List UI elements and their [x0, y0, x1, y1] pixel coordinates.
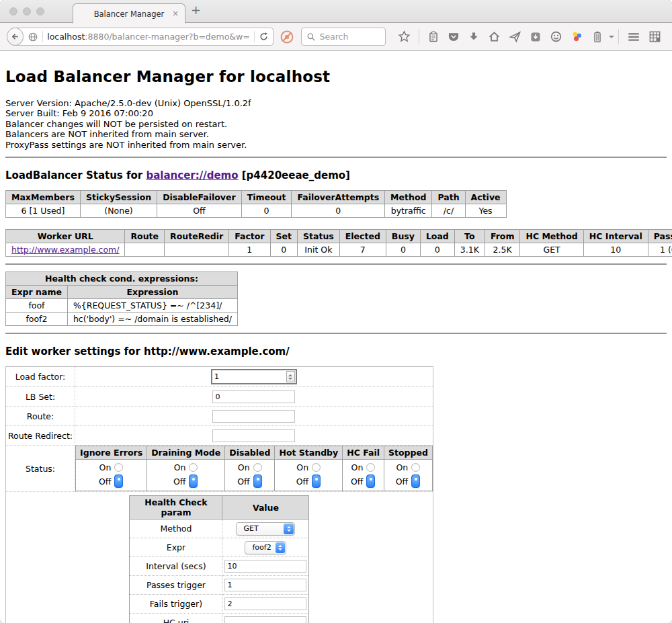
expr-row: Expr foof2 — [130, 538, 309, 557]
bookmark-star-icon[interactable] — [398, 30, 411, 43]
col-hc-interval: HC Interval — [583, 230, 648, 243]
route-redirect-input[interactable] — [212, 429, 295, 442]
cell-active: Yes — [465, 204, 506, 218]
feedback-smiley-icon[interactable] — [550, 30, 562, 43]
send-icon[interactable] — [509, 30, 521, 43]
reload-icon[interactable] — [259, 32, 269, 42]
route-input[interactable] — [212, 410, 295, 423]
disabled-on-radio[interactable] — [253, 463, 262, 472]
draining-mode-off-radio[interactable] — [189, 474, 198, 488]
col-failoverattempts: FailoverAttempts — [292, 191, 385, 204]
method-row: Method GET — [130, 520, 309, 538]
route-redirect-row: Route Redirect: — [6, 426, 433, 446]
search-bar[interactable]: Search — [301, 28, 386, 46]
tab-balancer-manager[interactable]: Balancer Manager × — [73, 3, 185, 24]
cell-maxmembers: 6 [1 Used] — [6, 204, 81, 218]
ignore-errors-off-radio[interactable] — [114, 474, 123, 488]
stopped-off-radio[interactable] — [411, 474, 420, 488]
cell-hc-method: GET — [520, 243, 583, 257]
ignore-errors-on-radio[interactable] — [114, 463, 123, 472]
hc-fail-off-radio[interactable] — [366, 474, 375, 488]
hot-standby-off-radio[interactable] — [312, 474, 321, 488]
passes-row: Passes trigger 1 — [130, 576, 309, 595]
server-built-line: Server Built: Feb 9 2016 07:00:20 — [5, 108, 667, 118]
block-content-icon[interactable] — [280, 30, 294, 44]
worker-url-link[interactable]: http://www.example.com/ — [11, 245, 119, 255]
status-radios-row: OnOff OnOff OnOff OnOff OnOff OnOff — [76, 460, 433, 491]
draining-mode-on-radio[interactable] — [189, 463, 198, 472]
on-label: On — [99, 462, 111, 472]
cell-failoverattempts: 0 — [292, 204, 385, 218]
hc-param-table: Health Check param Value Method GET Expr… — [129, 495, 309, 623]
load-factor-row: Load factor: 1 — [6, 367, 433, 387]
cell-busy: 0 — [386, 243, 420, 257]
zoom-window-button[interactable] — [36, 7, 44, 15]
passes-input[interactable]: 1 — [224, 579, 306, 591]
hc-expr-title-row: Health check cond. expressions: — [6, 272, 238, 286]
page-title: Load Balancer Manager for localhost — [5, 68, 667, 85]
toolbar-divider2 — [618, 29, 619, 44]
disabled-radio-group: OnOff — [229, 461, 270, 489]
menu-icon[interactable] — [627, 30, 640, 44]
interval-label: Interval (secs) — [130, 557, 222, 576]
home-icon[interactable] — [488, 30, 501, 43]
cell-stickysession: (None) — [80, 204, 157, 218]
select-arrows-icon — [276, 542, 286, 553]
grid-icon[interactable] — [648, 30, 661, 43]
load-factor-label: Load factor: — [6, 367, 75, 387]
fails-input[interactable]: 2 — [224, 597, 306, 610]
fails-row: Fails trigger) 2 — [130, 595, 309, 614]
back-icon — [10, 32, 20, 42]
close-window-button[interactable] — [9, 7, 17, 15]
col-path: Path — [432, 191, 465, 204]
back-button[interactable] — [7, 28, 24, 46]
tab-title: Balancer Manager — [94, 9, 165, 19]
divider — [5, 333, 667, 334]
pocket-icon[interactable] — [448, 31, 460, 43]
save-box-icon[interactable] — [530, 31, 542, 43]
persist-note-line: Balancer changes will NOT be persisted o… — [5, 119, 667, 129]
off-label: Off — [396, 476, 408, 487]
expr-select[interactable]: foof2 — [245, 541, 286, 554]
hot-standby-on-radio[interactable] — [312, 463, 321, 472]
lb-set-input[interactable]: 0 — [212, 390, 295, 403]
cell-routeredir — [165, 243, 229, 257]
color-dots-icon[interactable] — [571, 30, 583, 43]
fails-label: Fails trigger) — [130, 595, 222, 614]
close-tab-icon[interactable]: × — [172, 9, 179, 18]
interval-input[interactable]: 10 — [224, 560, 306, 573]
url-text[interactable]: localhost:8880/balancer-manager?b=demo&w… — [47, 32, 250, 42]
col-hc-method: HC Method — [520, 230, 583, 243]
toolbar-divider — [419, 29, 419, 44]
hc-uri-row: HC uri — [130, 614, 309, 623]
col-set: Set — [270, 230, 297, 243]
load-factor-input[interactable]: 1 — [211, 369, 297, 384]
divider — [5, 263, 667, 265]
method-select[interactable]: GET — [236, 522, 295, 536]
downloads-icon[interactable] — [468, 31, 480, 43]
cell-hc-interval: 10 — [583, 243, 648, 257]
url-bar[interactable]: localhost:8880/balancer-manager?b=demo&w… — [14, 28, 274, 46]
divider — [5, 157, 667, 158]
disabled-off-radio[interactable] — [253, 474, 262, 488]
balancer-data-row: 6 [1 Used] (None) Off 0 0 bytraffic /c/ … — [6, 204, 507, 218]
new-tab-button[interactable]: + — [191, 3, 201, 17]
cell-to: 3.1K — [454, 243, 485, 257]
route-redirect-label: Route Redirect: — [6, 426, 75, 446]
expr-name: foof — [6, 299, 68, 313]
cell-method: bytraffic — [385, 204, 432, 218]
clipboard-icon[interactable] — [427, 31, 439, 43]
col-ignore-errors: Ignore Errors — [76, 446, 147, 460]
minimize-window-button[interactable] — [23, 7, 31, 15]
hc-fail-on-radio[interactable] — [366, 463, 375, 472]
number-stepper-icon[interactable] — [286, 371, 295, 382]
stopped-on-radio[interactable] — [411, 463, 420, 472]
battery-icon — [591, 31, 603, 43]
battery-button[interactable] — [587, 31, 614, 43]
cell-status: Init Ok — [298, 243, 340, 257]
hc-uri-input[interactable] — [224, 616, 306, 623]
col-stopped: Stopped — [384, 446, 433, 460]
cell-timeout: 0 — [241, 204, 292, 218]
hot-standby-radio-group: OnOff — [279, 461, 338, 489]
balancer-link[interactable]: balancer://demo — [146, 169, 238, 181]
